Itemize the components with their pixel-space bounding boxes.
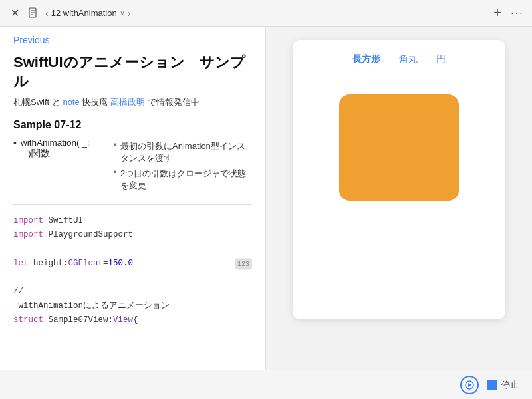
section-title: Sample 07-12 [13, 119, 252, 131]
tab-dropdown-icon[interactable]: ∨ [120, 9, 125, 17]
shape-tab-circle[interactable]: 円 [436, 53, 446, 65]
tab-area: ‹ 12 withAnimation ∨ › [45, 8, 485, 19]
code-line [13, 271, 252, 285]
keyword: struct [13, 313, 43, 327]
previous-link[interactable]: Previous [13, 35, 252, 45]
code-block: import SwiftUI import PlaygroundSupport … [13, 214, 252, 327]
number-text: 150.0 [108, 257, 134, 271]
tab-label[interactable]: 12 withAnimation [51, 8, 117, 18]
type-text: View [113, 313, 133, 327]
line-number-badge: 123 [235, 258, 252, 269]
bullet-list: withAnimation( _: _:)関数 最初の引数にAnimation型… [13, 138, 252, 195]
stop-label: 停止 [501, 379, 519, 391]
sub-bullet-list: 最初の引数にAnimation型インスタンスを渡す 2つ目の引数はクロージャで状… [114, 140, 252, 195]
right-panel: 長方形 角丸 円 [266, 27, 532, 370]
close-icon[interactable]: ✕ [8, 7, 21, 20]
left-panel: Previous SwiftUIのアニメーション サンプル 札幌Swift と … [0, 27, 266, 370]
chevron-left-icon[interactable]: ‹ [45, 8, 49, 19]
code-text: PlaygroundSupport [49, 228, 134, 242]
keyword: let [13, 257, 29, 271]
code-text: withAnimationによるアニメーション [13, 299, 170, 313]
bottom-bar: 停止 [0, 370, 532, 399]
code-text: Sample07View: [49, 313, 114, 327]
type-text: CGFloat [68, 257, 104, 271]
run-button[interactable] [460, 376, 479, 394]
code-text: height: [33, 257, 68, 271]
sub-list-item: 2つ目の引数はクロージャで状態を変更 [114, 168, 252, 192]
shape-rect [339, 94, 459, 201]
keyword: import [13, 214, 43, 228]
code-line: let height: CGFloat = 150.0 123 [13, 257, 252, 271]
page-title: SwiftUIのアニメーション サンプル [13, 53, 252, 91]
stop-button[interactable]: 停止 [487, 379, 519, 391]
subtitle-link2[interactable]: 高橋政明 [110, 97, 145, 107]
add-tab-icon[interactable]: + [491, 7, 504, 20]
shape-tabs: 長方形 角丸 円 [352, 53, 446, 65]
keyword: import [13, 228, 43, 242]
subtitle-prefix: 札幌Swift と [13, 97, 63, 107]
comment-text: // [13, 285, 23, 299]
shape-tab-rect[interactable]: 長方形 [352, 53, 380, 65]
list-item-text: withAnimation( _: _:)関数 [21, 138, 96, 195]
code-line: // [13, 285, 252, 299]
sub-list-item-text: 2つ目の引数はクロージャで状態を変更 [120, 168, 252, 192]
code-line: withAnimationによるアニメーション [13, 299, 252, 313]
chevron-right-icon[interactable]: › [128, 8, 131, 19]
sub-list-item: 最初の引数にAnimation型インスタンスを渡す [114, 140, 252, 164]
stop-icon [487, 380, 497, 390]
file-icon[interactable] [27, 7, 40, 20]
divider [13, 204, 252, 205]
main-content: Previous SwiftUIのアニメーション サンプル 札幌Swift と … [0, 27, 532, 370]
code-line: import PlaygroundSupport [13, 228, 252, 242]
shape-tab-rounded[interactable]: 角丸 [399, 53, 418, 65]
code-text: { [133, 313, 138, 327]
sub-list-item-text: 最初の引数にAnimation型インスタンスを渡す [120, 140, 252, 164]
code-line: struct Sample07View: View { [13, 313, 252, 327]
code-line [13, 243, 252, 257]
toolbar: ✕ ‹ 12 withAnimation ∨ › + ··· [0, 0, 532, 27]
toolbar-right: + ··· [491, 7, 524, 20]
shape-container [332, 81, 466, 214]
code-text: = [103, 257, 108, 271]
preview-card: 長方形 角丸 円 [293, 40, 505, 319]
subtitle-link1[interactable]: note [63, 97, 79, 107]
code-text: SwiftUI [49, 214, 84, 228]
subtitle-middle: 快技庵 [80, 97, 110, 107]
subtitle-line: 札幌Swift と note 快技庵 高橋政明 で情報発信中 [13, 96, 252, 108]
list-item: withAnimation( _: _:)関数 最初の引数にAnimation型… [13, 138, 252, 195]
more-icon[interactable]: ··· [511, 7, 524, 20]
code-line: import SwiftUI [13, 214, 252, 228]
subtitle-suffix: で情報発信中 [145, 97, 200, 107]
